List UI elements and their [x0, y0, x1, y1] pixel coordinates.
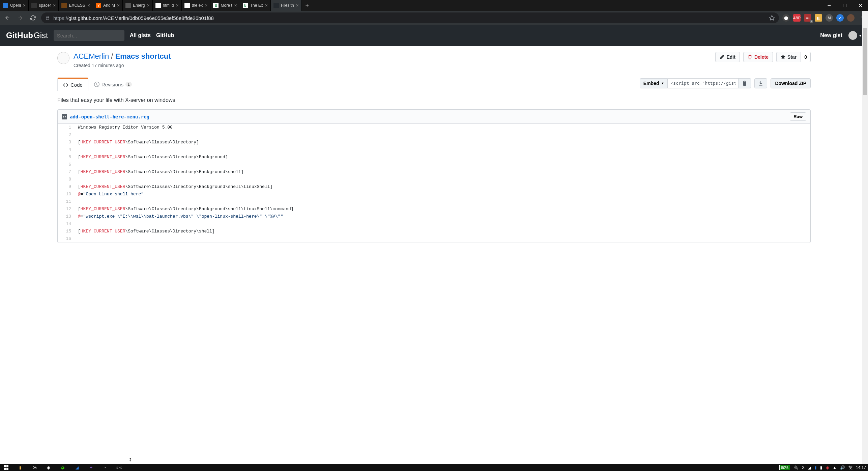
minimize-button[interactable]: – — [821, 0, 837, 11]
scrollbar-thumb[interactable] — [863, 28, 867, 95]
browser-tab[interactable]: Ghtml d× — [153, 0, 182, 11]
line-number[interactable]: 12 — [58, 205, 75, 213]
gist-nav: All gists GitHub — [130, 32, 174, 38]
nav-all-gists[interactable]: All gists — [130, 32, 151, 38]
close-icon[interactable]: × — [87, 3, 90, 8]
line-number[interactable]: 11 — [58, 198, 75, 205]
tab-code[interactable]: Code — [57, 78, 88, 91]
new-tab-button[interactable]: + — [302, 0, 313, 11]
close-button[interactable]: ✕ — [852, 0, 868, 11]
browser-tab[interactable]: YAnd M× — [93, 0, 123, 11]
search-input[interactable] — [54, 30, 124, 41]
line-number[interactable]: 10 — [58, 191, 75, 198]
line-number[interactable]: 13 — [58, 213, 75, 220]
nav-github[interactable]: GitHub — [156, 32, 174, 38]
code-content[interactable] — [75, 235, 810, 243]
tab-title: the ex — [192, 3, 203, 8]
code-content[interactable]: Windows Registry Editor Version 5.00 — [75, 124, 810, 131]
tab-title: More t — [221, 3, 232, 8]
browser-tab[interactable]: Emerg× — [123, 0, 153, 11]
extension-icon[interactable]: ◧ — [815, 14, 822, 22]
browser-tab[interactable]: BThe Ex× — [240, 0, 271, 11]
star-count[interactable]: 0 — [801, 52, 811, 62]
code-content[interactable]: [HKEY_CURRENT_USER\Software\Classes\Dire… — [75, 228, 810, 235]
close-icon[interactable]: × — [23, 3, 26, 8]
close-icon[interactable]: × — [176, 3, 178, 8]
close-icon[interactable]: × — [296, 3, 299, 8]
maximize-button[interactable]: □ — [837, 0, 852, 11]
close-icon[interactable]: × — [147, 3, 150, 8]
download-button[interactable] — [754, 78, 767, 88]
bookmark-star-icon[interactable] — [769, 15, 775, 21]
code-content[interactable] — [75, 131, 810, 139]
line-number[interactable]: 4 — [58, 146, 75, 154]
line-number[interactable]: 8 — [58, 176, 75, 183]
line-number[interactable]: 5 — [58, 154, 75, 161]
history-icon — [94, 82, 99, 87]
tab-revisions[interactable]: Revisions 1 — [88, 78, 138, 91]
close-icon[interactable]: × — [117, 3, 120, 8]
line-number[interactable]: 14 — [58, 220, 75, 228]
embed-dropdown[interactable]: Embed ▼ — [640, 78, 668, 88]
embed-url-input[interactable] — [668, 78, 739, 88]
profile-avatar-icon[interactable] — [847, 14, 855, 22]
browser-tab[interactable]: Openi× — [0, 0, 29, 11]
star-button[interactable]: Star — [776, 52, 801, 62]
code-content[interactable] — [75, 176, 810, 183]
extension-icons: ⬤ ABP •••2 ◧ M ✓ ⋮ — [782, 14, 865, 22]
close-icon[interactable]: × — [234, 3, 237, 8]
back-button[interactable] — [3, 13, 12, 23]
abp-extension-icon[interactable]: ABP — [793, 14, 801, 22]
new-gist-button[interactable]: New gist — [820, 32, 842, 38]
delete-button[interactable]: Delete — [743, 52, 773, 62]
code-content[interactable] — [75, 220, 810, 228]
code-content[interactable]: @="Open Linux shell here" — [75, 191, 810, 198]
address-bar[interactable]: https://gist.github.com/ACEMerlin/0db059… — [41, 12, 779, 23]
extension-icon[interactable]: •••2 — [804, 14, 811, 22]
reload-button[interactable] — [28, 13, 38, 23]
browser-tab[interactable]: spacer× — [29, 0, 59, 11]
gist-logo[interactable]: GitHubGist — [6, 31, 48, 40]
line-number[interactable]: 15 — [58, 228, 75, 235]
line-number[interactable]: 2 — [58, 131, 75, 139]
extension-icon[interactable]: ✓ — [836, 14, 844, 22]
line-number[interactable]: 7 — [58, 168, 75, 176]
extension-icon[interactable]: ⬤ — [782, 14, 790, 22]
edit-button[interactable]: Edit — [715, 52, 740, 62]
owner-avatar[interactable] — [57, 52, 69, 64]
browser-tab[interactable]: Gthe ex× — [182, 0, 211, 11]
code-content[interactable] — [75, 198, 810, 205]
copy-button[interactable] — [739, 78, 751, 88]
forward-button[interactable] — [16, 13, 25, 23]
line-number[interactable]: 9 — [58, 183, 75, 191]
line-number[interactable]: 1 — [58, 124, 75, 131]
code-content[interactable]: [HKEY_CURRENT_USER\Software\Classes\Dire… — [75, 139, 810, 146]
code-content[interactable]: [HKEY_CURRENT_USER\Software\Classes\Dire… — [75, 154, 810, 161]
code-content[interactable]: @="wscript.exe \"E:\\wsl\\bat-launcher.v… — [75, 213, 810, 220]
code-content[interactable] — [75, 161, 810, 168]
owner-link[interactable]: ACEMerlin — [74, 52, 109, 60]
line-number[interactable]: 3 — [58, 139, 75, 146]
browser-tab[interactable]: Files th× — [271, 0, 302, 11]
browser-tab[interactable]: BMore t× — [210, 0, 240, 11]
line-number[interactable]: 6 — [58, 161, 75, 168]
code-content[interactable]: [HKEY_CURRENT_USER\Software\Classes\Dire… — [75, 183, 810, 191]
user-menu[interactable]: ▼ — [848, 31, 862, 40]
extension-icon[interactable]: M — [826, 14, 833, 22]
raw-button[interactable]: Raw — [790, 112, 806, 121]
trash-icon — [748, 55, 752, 59]
vertical-scrollbar[interactable] — [862, 11, 868, 243]
code-content[interactable] — [75, 146, 810, 154]
code-content[interactable]: [HKEY_CURRENT_USER\Software\Classes\Dire… — [75, 168, 810, 176]
gist-name-link[interactable]: Emacs shortcut — [115, 52, 171, 60]
code-content[interactable]: [HKEY_CURRENT_USER\Software\Classes\Dire… — [75, 205, 810, 213]
favicon: G — [155, 3, 161, 8]
tab-title: Emerg — [133, 3, 145, 8]
close-icon[interactable]: × — [205, 3, 207, 8]
browser-tab[interactable]: EXCESS× — [59, 0, 93, 11]
close-icon[interactable]: × — [265, 3, 268, 8]
file-name-link[interactable]: add-open-shell-here-menu.reg — [70, 114, 149, 119]
download-zip-button[interactable]: Download ZIP — [771, 78, 811, 88]
close-icon[interactable]: × — [53, 3, 56, 8]
line-number[interactable]: 16 — [58, 235, 75, 243]
